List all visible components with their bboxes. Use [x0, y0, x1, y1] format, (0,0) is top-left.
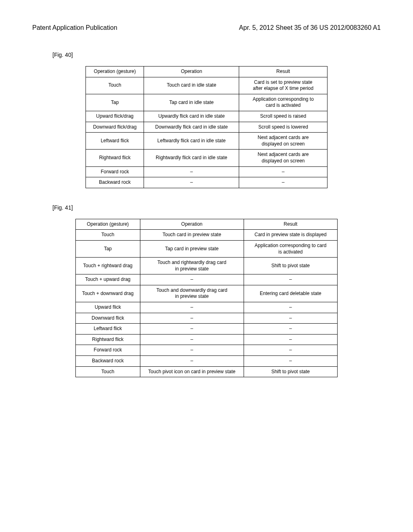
fig40-cell: Backward rock — [86, 177, 144, 188]
header-left: Patent Application Publication — [32, 24, 117, 31]
fig41-cell: Card in preview state is displayed — [244, 230, 337, 241]
fig40-cell: Scroll speed is lowered — [239, 122, 327, 133]
table-row: Leftward flickLeftwardly flick card in i… — [86, 133, 327, 150]
fig40-cell: – — [144, 177, 239, 188]
fig41-cell: Downward flick — [76, 313, 140, 324]
fig41-header-operation: Operation — [140, 219, 244, 230]
fig41-cell: Shift to pivot state — [244, 366, 337, 377]
fig40-cell: Downward flick/drag — [86, 122, 144, 133]
fig41-cell: Touch — [76, 366, 140, 377]
fig41-cell: – — [244, 345, 337, 356]
fig41-cell: – — [140, 302, 244, 313]
fig41-label: [Fig. 41] — [32, 204, 381, 211]
fig41-cell: – — [244, 313, 337, 324]
fig41-header-gesture: Operation (gesture) — [76, 219, 140, 230]
fig41-cell: Entering card deletable state — [244, 285, 337, 302]
table-row: Downward flick/dragDownwardly flick card… — [86, 122, 327, 133]
fig40-cell: Forward rock — [86, 166, 144, 177]
fig41-cell: Touch and rightwardly drag cardin previe… — [140, 258, 244, 274]
table-row: Touch + downward dragTouch and downwardl… — [76, 285, 338, 302]
fig41-cell: Shift to pivot state — [244, 258, 337, 274]
fig41-cell: – — [140, 313, 244, 324]
fig40-cell: Touch card in idle state — [144, 77, 239, 94]
page-container: Patent Application Publication Apr. 5, 2… — [0, 0, 413, 409]
fig41-cell: – — [244, 356, 337, 367]
table-row: Touch + upward drag–– — [76, 274, 338, 285]
fig41-cell: Touch and downwardly drag cardin preview… — [140, 285, 244, 302]
table-row: TouchTouch card in preview stateCard in … — [76, 230, 338, 241]
table-row: Rightward flickRightwardly flick card in… — [86, 150, 327, 166]
fig41-header-result: Result — [244, 219, 337, 230]
fig41-cell: – — [140, 334, 244, 345]
fig40-cell: Rightward flick — [86, 150, 144, 166]
fig40-cell: Upward flick/drag — [86, 111, 144, 122]
fig41-cell: – — [140, 274, 244, 285]
fig41-cell: Touch + downward drag — [76, 285, 140, 302]
fig41-cell: Upward flick — [76, 302, 140, 313]
table-row: Leftward flick–– — [76, 324, 338, 335]
fig41-cell: – — [140, 345, 244, 356]
table-row: TapTap card in idle stateApplication cor… — [86, 94, 327, 111]
fig41-cell: Touch — [76, 230, 140, 241]
table-row: Touch + rightward dragTouch and rightwar… — [76, 258, 338, 274]
fig40-cell: Leftwardly flick card in idle state — [144, 133, 239, 150]
fig41-cell: Forward rock — [76, 345, 140, 356]
fig40-cell: – — [239, 177, 327, 188]
fig40-cell: Next adjacent cards aredisplayed on scre… — [239, 133, 327, 150]
fig40-cell: Tap card in idle state — [144, 94, 239, 111]
fig41-cell: – — [244, 324, 337, 335]
page-header: Patent Application Publication Apr. 5, 2… — [32, 16, 381, 35]
table-row: TouchTouch card in idle stateCard is set… — [86, 77, 327, 94]
fig40-cell: Upwardly flick card in idle state — [144, 111, 239, 122]
fig40-header-gesture: Operation (gesture) — [86, 66, 144, 77]
fig41-cell: Tap card in preview state — [140, 240, 244, 257]
fig40-cell: Rightwardly flick card in idle state — [144, 150, 239, 166]
fig40-label: [Fig. 40] — [32, 52, 381, 58]
fig40-cell: – — [239, 166, 327, 177]
table-row: Forward rock–– — [76, 345, 338, 356]
fig41-cell: Rightward flick — [76, 334, 140, 345]
fig40-cell: Scroll speed is raised — [239, 111, 327, 122]
table-row: Backward rock–– — [86, 177, 327, 188]
table-row: Rightward flick–– — [76, 334, 338, 345]
fig40-table: Operation (gesture) Operation Result Tou… — [86, 66, 327, 188]
fig41-cell: Touch card in preview state — [140, 230, 244, 241]
table-row: Upward flick–– — [76, 302, 338, 313]
fig41-cell: Touch + rightward drag — [76, 258, 140, 274]
fig41-cell: Touch pivot icon on card in preview stat… — [140, 366, 244, 377]
fig40-cell: Card is set to preview stateafter elapse… — [239, 77, 327, 94]
fig41-table: Operation (gesture) Operation Result Tou… — [75, 219, 338, 378]
fig41-cell: Backward rock — [76, 356, 140, 367]
fig41-cell: – — [140, 324, 244, 335]
table-row: Backward rock–– — [76, 356, 338, 367]
fig41-cell: – — [244, 334, 337, 345]
fig40-cell: Touch — [86, 77, 144, 94]
table-row: TapTap card in preview stateApplication … — [76, 240, 338, 257]
fig40-cell: Leftward flick — [86, 133, 144, 150]
fig41-cell: – — [140, 356, 244, 367]
fig41-cell: – — [244, 274, 337, 285]
header-right: Apr. 5, 2012 Sheet 35 of 36 US 2012/0083… — [239, 24, 381, 31]
fig40-cell: – — [144, 166, 239, 177]
fig40-cell: Downwardly flick card in idle state — [144, 122, 239, 133]
fig41-cell: – — [244, 302, 337, 313]
fig41-cell: Leftward flick — [76, 324, 140, 335]
fig41-cell: Touch + upward drag — [76, 274, 140, 285]
table-row: Downward flick–– — [76, 313, 338, 324]
table-row: Upward flick/dragUpwardly flick card in … — [86, 111, 327, 122]
fig41-cell: Application corresponding to cardis acti… — [244, 240, 337, 257]
fig41-cell: Tap — [76, 240, 140, 257]
fig40-header-operation: Operation — [144, 66, 239, 77]
fig40-cell: Tap — [86, 94, 144, 111]
table-row: TouchTouch pivot icon on card in preview… — [76, 366, 338, 377]
fig40-header-result: Result — [239, 66, 327, 77]
fig40-cell: Next adjacent cards aredisplayed on scre… — [239, 150, 327, 166]
table-row: Forward rock–– — [86, 166, 327, 177]
fig40-cell: Application corresponding tocard is acti… — [239, 94, 327, 111]
